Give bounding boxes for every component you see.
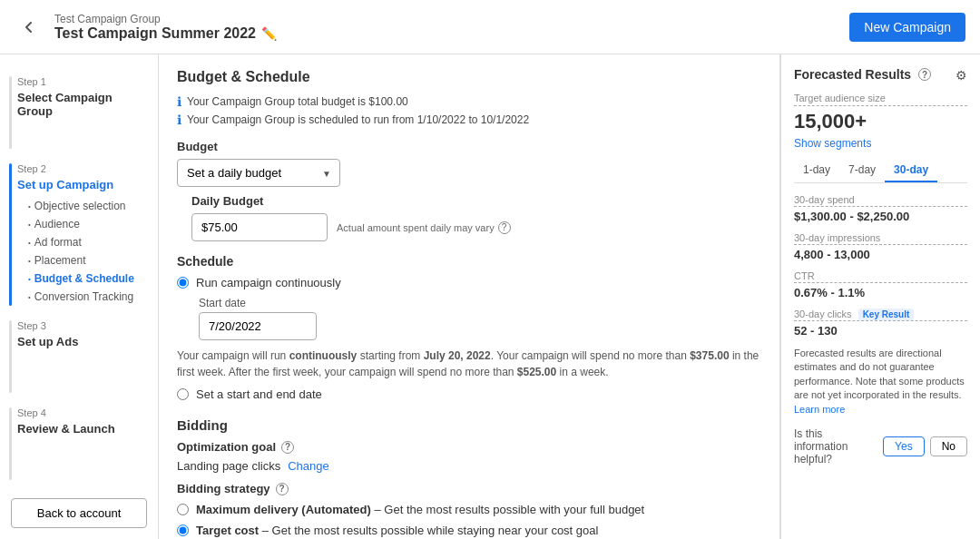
step2-title: Set up Campaign	[17, 178, 143, 191]
forecast-help-icon[interactable]: ?	[918, 68, 931, 81]
helpful-label: Is this information helpful?	[794, 427, 877, 466]
gear-icon[interactable]: ⚙	[956, 68, 967, 83]
bidding-strategy-row: Bidding strategy ?	[177, 482, 761, 495]
step2-items: Objective selection Audience Ad format P…	[17, 197, 143, 306]
budget-select[interactable]: Set a daily budget Set a lifetime budget	[177, 159, 340, 187]
opt-goal-help-icon[interactable]: ?	[281, 441, 294, 454]
run-continuously-label[interactable]: Run campaign continuously	[196, 276, 341, 289]
target-cost-label[interactable]: Target cost – Get the most results possi…	[196, 524, 598, 537]
step3-border	[9, 320, 12, 393]
sidebar-item-budget[interactable]: Budget & Schedule	[28, 270, 143, 288]
daily-budget-label: Daily Budget	[191, 194, 761, 208]
start-date-row: Start date	[199, 297, 761, 340]
opt-goal-row: Optimization goal ?	[177, 440, 761, 454]
schedule-info-text: Your campaign will run continuously star…	[177, 348, 761, 380]
ctr-metric: CTR 0.67% - 1.1%	[794, 270, 967, 299]
step2-label: Step 2	[17, 163, 143, 174]
main-layout: Step 1 Select Campaign Group Step 2 Set …	[0, 54, 980, 539]
impressions-value: 4,800 - 13,000	[794, 248, 967, 261]
step1-section: Step 1 Select Campaign Group	[17, 76, 143, 149]
step4-section: Step 4 Review & Launch	[17, 407, 143, 480]
step2-border	[9, 163, 12, 306]
step1-title: Select Campaign Group	[17, 91, 143, 118]
clicks-label: 30-day clicks Key Result	[794, 309, 967, 321]
right-panel: Forecasted Results ? ⚙ Target audience s…	[780, 54, 980, 539]
run-continuously-radio[interactable]	[177, 277, 189, 289]
bidding-title: Bidding	[177, 417, 761, 433]
new-campaign-button[interactable]: New Campaign	[849, 13, 965, 42]
tab-30-day[interactable]: 30-day	[885, 159, 937, 182]
info-icon-2: ℹ	[177, 113, 181, 127]
info-icon-1: ℹ	[177, 94, 181, 109]
campaign-info: Test Campaign Group Test Campaign Summer…	[54, 13, 277, 42]
set-start-end-row: Set a start and end date	[177, 387, 761, 401]
sidebar-item-audience[interactable]: Audience	[28, 215, 143, 233]
daily-budget-help-icon[interactable]: ?	[498, 221, 511, 234]
clicks-metric: 30-day clicks Key Result 52 - 130	[794, 309, 967, 338]
bidding-section: Bidding Optimization goal ? Landing page…	[177, 417, 761, 539]
step4-title: Review & Launch	[17, 422, 143, 436]
start-date-label: Start date	[199, 297, 317, 309]
run-continuously-row: Run campaign continuously	[177, 276, 761, 289]
step1-label: Step 1	[17, 76, 143, 87]
budget-select-wrapper: Set a daily budget Set a lifetime budget…	[177, 159, 340, 187]
edit-icon[interactable]: ✏️	[261, 26, 277, 41]
back-to-account-button[interactable]: Back to account	[11, 498, 147, 528]
tab-1-day[interactable]: 1-day	[794, 159, 839, 182]
campaign-name: Test Campaign Summer 2022 ✏️	[54, 25, 277, 42]
set-start-end-radio[interactable]	[177, 388, 189, 400]
sidebar-item-ad-format[interactable]: Ad format	[28, 233, 143, 251]
step3-section: Step 3 Set up Ads	[17, 320, 143, 393]
sidebar-item-conversion[interactable]: Conversion Tracking	[28, 288, 143, 306]
max-delivery-label[interactable]: Maximum delivery (Automated) – Get the m…	[196, 503, 644, 516]
helpful-no-button[interactable]: No	[930, 436, 967, 456]
daily-budget-input[interactable]	[191, 213, 328, 241]
campaign-group-label: Test Campaign Group	[54, 13, 277, 25]
max-delivery-row: Maximum delivery (Automated) – Get the m…	[177, 503, 761, 516]
ctr-label: CTR	[794, 270, 967, 283]
learn-more-link[interactable]: Learn more	[794, 404, 845, 415]
step4-label: Step 4	[17, 407, 143, 418]
spend-metric: 30-day spend $1,300.00 - $2,250.00	[794, 194, 967, 223]
sidebar: Step 1 Select Campaign Group Step 2 Set …	[0, 54, 159, 539]
start-date-input[interactable]	[199, 312, 317, 340]
clicks-value: 52 - 130	[794, 324, 967, 338]
forecast-title: Forecasted Results ?	[794, 67, 931, 82]
day-tabs: 1-day 7-day 30-day	[794, 159, 967, 183]
target-cost-row: Target cost – Get the most results possi…	[177, 524, 761, 537]
spend-label: 30-day spend	[794, 194, 967, 207]
back-button[interactable]	[15, 13, 44, 42]
show-segments-link[interactable]: Show segments	[794, 137, 967, 150]
helpful-row: Is this information helpful? Yes No	[794, 427, 967, 466]
daily-budget-hint: Actual amount spent daily may vary ?	[337, 221, 511, 234]
key-result-badge: Key Result	[858, 309, 915, 320]
landing-row: Landing page clicks Change	[177, 459, 761, 473]
daily-budget-section: Daily Budget Actual amount spent daily m…	[191, 194, 761, 241]
header-left: Test Campaign Group Test Campaign Summer…	[15, 13, 277, 42]
sidebar-item-objective[interactable]: Objective selection	[28, 197, 143, 215]
info-line-1: ℹ Your Campaign Group total budget is $1…	[177, 94, 761, 109]
step3-title: Set up Ads	[17, 335, 143, 348]
max-delivery-radio[interactable]	[177, 504, 189, 515]
target-cost-radio[interactable]	[177, 524, 189, 536]
section-title: Budget & Schedule	[177, 69, 761, 85]
step3-label: Step 3	[17, 320, 143, 331]
helpful-yes-button[interactable]: Yes	[883, 436, 925, 456]
daily-budget-row: Actual amount spent daily may vary ?	[191, 213, 761, 241]
audience-label: Target audience size	[794, 93, 967, 106]
tab-7-day[interactable]: 7-day	[839, 159, 885, 182]
budget-subsection: Budget Set a daily budget Set a lifetime…	[177, 140, 761, 187]
budget-label: Budget	[177, 140, 761, 153]
ctr-value: 0.67% - 1.1%	[794, 286, 967, 299]
change-link[interactable]: Change	[288, 459, 329, 473]
sidebar-item-placement[interactable]: Placement	[28, 251, 143, 270]
forecast-note: Forecasted results are directional estim…	[794, 347, 967, 416]
schedule-label: Schedule	[177, 254, 761, 269]
set-start-end-label[interactable]: Set a start and end date	[196, 387, 322, 401]
bidding-strategy-help-icon[interactable]: ?	[276, 483, 289, 495]
step4-border	[9, 407, 12, 480]
content-area: Budget & Schedule ℹ Your Campaign Group …	[159, 54, 780, 539]
spend-value: $1,300.00 - $2,250.00	[794, 210, 967, 223]
header: Test Campaign Group Test Campaign Summer…	[0, 0, 980, 54]
info-line-2: ℹ Your Campaign Group is scheduled to ru…	[177, 113, 761, 127]
